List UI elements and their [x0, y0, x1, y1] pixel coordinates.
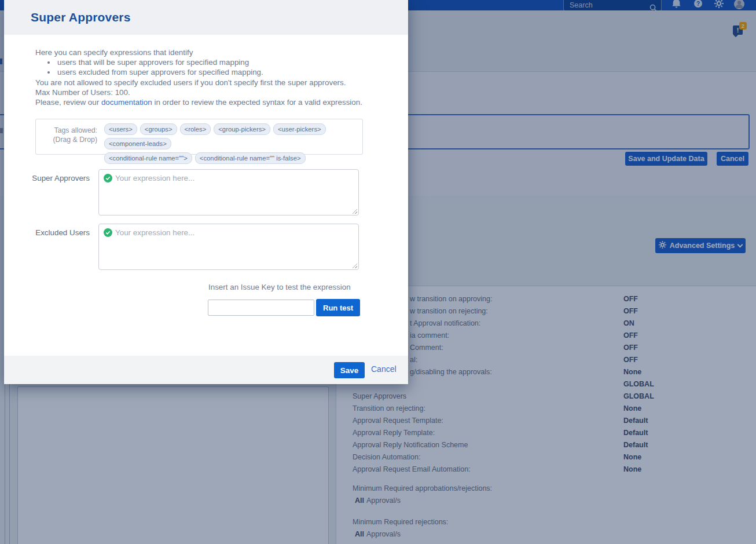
dialog-title: Super Approvers — [31, 10, 131, 24]
intro-bullet: users excluded from super approvers for … — [56, 67, 383, 77]
note-pre: Please, review our — [35, 98, 101, 107]
super-approvers-expression-input[interactable] — [99, 170, 358, 215]
valid-check-icon — [104, 174, 112, 182]
intro-note: Please, review our documentation in orde… — [35, 97, 383, 107]
tag-pill[interactable]: <conditional-rule name=""> — [104, 152, 192, 164]
note-post: in order to review the expected syntax f… — [152, 98, 362, 107]
dialog-body: Here you can specify expressions that id… — [4, 35, 408, 356]
intro-note: Max Number of Users: 100. — [35, 87, 383, 97]
issue-key-input[interactable] — [208, 300, 314, 316]
save-button[interactable]: Save — [334, 362, 365, 378]
dialog-intro-text: Here you can specify expressions that id… — [35, 48, 383, 107]
dialog-header: Super Approvers — [4, 0, 408, 35]
excluded-users-expression-input[interactable] — [99, 224, 358, 269]
cancel-link[interactable]: Cancel — [371, 364, 397, 374]
super-approvers-textarea-wrap — [98, 169, 359, 216]
valid-check-icon — [104, 228, 112, 237]
tags-row-1: <users><groups><roles><group-pickers><us… — [104, 123, 359, 149]
intro-line: Here you can specify expressions that id… — [35, 48, 383, 57]
super-approvers-dialog: Super Approvers Here you can specify exp… — [4, 0, 408, 384]
run-test-button[interactable]: Run test — [316, 299, 360, 316]
excluded-users-textarea-wrap — [98, 224, 359, 270]
tag-pill[interactable]: <users> — [104, 123, 137, 135]
documentation-link[interactable]: documentation — [101, 98, 152, 107]
tag-pill[interactable]: <conditional-rule name="" is-false> — [195, 152, 306, 164]
tag-pill[interactable]: <roles> — [180, 123, 211, 135]
intro-note: You are not allowed to specify excluded … — [35, 78, 383, 87]
tag-pill[interactable]: <group-pickers> — [214, 123, 270, 135]
tags-area: <users><groups><roles><group-pickers><us… — [101, 119, 362, 154]
tag-pill[interactable]: <component-leads> — [104, 138, 171, 149]
tags-row-2: <conditional-rule name=""><conditional-r… — [104, 152, 359, 164]
test-expression-caption: Insert an Issue Key to test the expressi… — [208, 283, 351, 291]
tags-allowed-label: Tags allowed: (Drag & Drop) — [36, 119, 101, 154]
intro-bullets: users that will be super approvers for s… — [35, 57, 383, 77]
intro-bullet: users that will be super approvers for s… — [56, 57, 383, 67]
tags-label-line2: (Drag & Drop) — [36, 135, 97, 144]
tag-pill[interactable]: <groups> — [140, 123, 177, 135]
tags-label-line1: Tags allowed: — [36, 126, 97, 135]
tags-allowed-box: Tags allowed: (Drag & Drop) <users><grou… — [35, 119, 363, 155]
excluded-users-field-label: Excluded Users — [4, 228, 90, 237]
tag-pill[interactable]: <user-pickers> — [273, 123, 326, 135]
super-approvers-field-label: Super Approvers — [4, 174, 90, 182]
dialog-footer: Save Cancel — [4, 356, 408, 384]
